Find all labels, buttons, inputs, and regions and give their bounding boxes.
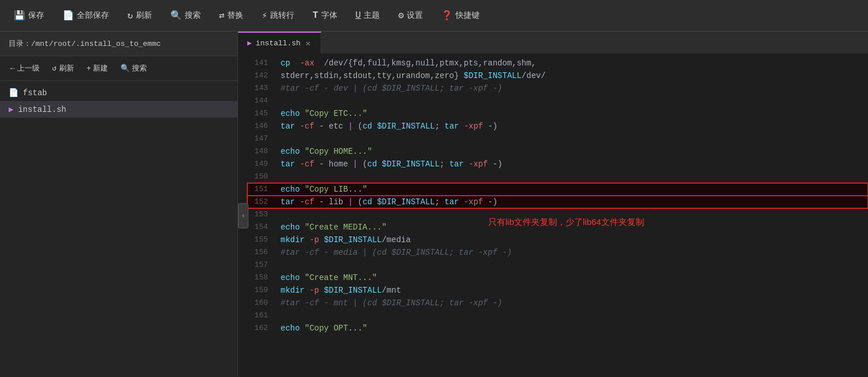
code-line-154: 154 echo "Create MEDIA..." 只有lib文件夹复制，少了… <box>247 221 868 234</box>
sidebar: 目录：/mnt/root/.install_os_to_emmc → 上一级 ↺… <box>0 32 238 377</box>
code-line-145: 145 echo "Copy ETC..." <box>247 107 868 120</box>
code-line-143: 143 #tar -cf - dev | (cd $DIR_INSTALL; t… <box>247 82 868 95</box>
file-name-install-sh: install.sh <box>18 105 66 114</box>
sidebar-search-icon: 🔍 <box>120 64 130 73</box>
save-button[interactable]: 💾 保存 <box>6 6 52 25</box>
new-file-icon: + <box>87 64 91 73</box>
refresh-icon: ↻ <box>127 10 133 21</box>
tab-filename: install.sh <box>256 39 301 48</box>
goto-line-button[interactable]: ⚡ 跳转行 <box>254 6 302 25</box>
settings-icon: ⚙ <box>398 10 404 21</box>
code-scroll[interactable]: 141 cp -ax /dev/{fd,full,kmsg,null,ptmx,… <box>238 55 868 377</box>
font-button[interactable]: T 字体 <box>305 7 345 24</box>
code-line-149: 149 tar -cf - home | (cd $DIR_INSTALL; t… <box>247 158 868 170</box>
code-line-158: 158 echo "Create MNT..." <box>247 271 868 284</box>
tab-bar: ▶ install.sh ✕ <box>238 32 868 55</box>
search-toolbar-icon: 🔍 <box>170 10 182 21</box>
code-line-150: 150 <box>247 170 868 183</box>
theme-icon: U <box>356 10 361 21</box>
code-line-161: 161 <box>247 309 868 322</box>
code-line-142: 142 stderr,stdin,stdout,tty,urandom,zero… <box>247 69 868 82</box>
code-line-153: 153 <box>247 208 868 221</box>
file-item-fstab[interactable]: 📄 fstab <box>0 84 238 101</box>
code-line-156: 156 #tar -cf - media | (cd $DIR_INSTALL;… <box>247 246 868 259</box>
toolbar: 💾 保存 📄 全部保存 ↻ 刷新 🔍 搜索 ⇄ 替换 ⚡ 跳转行 T 字体 U … <box>0 0 868 32</box>
code-line-146: 146 tar -cf - etc | (cd $DIR_INSTALL; ta… <box>247 120 868 133</box>
collapse-sidebar-button[interactable]: ‹ <box>238 203 248 228</box>
font-icon: T <box>313 10 318 21</box>
tab-sh-icon: ▶ <box>247 38 252 48</box>
file-item-install-sh[interactable]: ▶ install.sh <box>0 101 238 118</box>
theme-button[interactable]: U 主题 <box>348 7 388 24</box>
main-area: 目录：/mnt/root/.install_os_to_emmc → 上一级 ↺… <box>0 32 868 377</box>
shortcuts-icon: ❓ <box>441 10 453 21</box>
settings-button[interactable]: ⚙ 设置 <box>390 6 431 25</box>
editor-area: ▶ install.sh ✕ ‹ 141 cp -ax /dev/{fd,ful… <box>238 32 868 377</box>
goto-line-icon: ⚡ <box>262 10 267 21</box>
tab-install-sh[interactable]: ▶ install.sh ✕ <box>238 32 321 53</box>
code-line-147: 147 <box>247 133 868 145</box>
code-line-155: 155 mkdir -p $DIR_INSTALL/media <box>247 234 868 246</box>
sidebar-actions: → 上一级 ↺ 刷新 + 新建 🔍 搜索 <box>0 56 238 81</box>
replace-icon: ⇄ <box>219 10 225 21</box>
code-line-162: 162 echo "Copy OPT..." <box>247 322 868 335</box>
code-area: ‹ 141 cp -ax /dev/{fd,full,kmsg,null,ptm… <box>238 55 868 377</box>
tab-close-button[interactable]: ✕ <box>305 38 312 48</box>
sidebar-header: 目录：/mnt/root/.install_os_to_emmc <box>0 32 238 56</box>
code-line-152: 152 tar -cf - lib | (cd $DIR_INSTALL; ta… <box>247 196 868 208</box>
save-icon: 💾 <box>14 10 25 21</box>
sidebar-refresh-icon: ↺ <box>52 64 57 73</box>
code-line-151: 151 echo "Copy LIB..." <box>247 183 868 196</box>
up-button[interactable]: → 上一级 <box>6 61 44 76</box>
code-line-157: 157 <box>247 259 868 271</box>
sidebar-refresh-button[interactable]: ↺ 刷新 <box>48 61 79 76</box>
doc-icon: 📄 <box>9 88 18 98</box>
code-line-144: 144 <box>247 95 868 107</box>
sh-icon: ▶ <box>9 104 13 114</box>
file-list: 📄 fstab ▶ install.sh <box>0 81 238 377</box>
file-name-fstab: fstab <box>23 88 47 98</box>
code-line-160: 160 #tar -cf - mnt | (cd $DIR_INSTALL; t… <box>247 297 868 309</box>
save-all-button[interactable]: 📄 全部保存 <box>55 6 117 25</box>
search-toolbar-button[interactable]: 🔍 搜索 <box>162 6 209 25</box>
code-line-159: 159 mkdir -p $DIR_INSTALL/mnt <box>247 284 868 297</box>
up-icon: → <box>10 64 15 73</box>
code-line-141: 141 cp -ax /dev/{fd,full,kmsg,null,ptmx,… <box>247 57 868 69</box>
save-all-icon: 📄 <box>63 10 74 21</box>
code-line-148: 148 echo "Copy HOME..." <box>247 145 868 158</box>
replace-button[interactable]: ⇄ 替换 <box>211 6 252 25</box>
shortcuts-button[interactable]: ❓ 快捷键 <box>433 6 488 25</box>
refresh-toolbar-button[interactable]: ↻ 刷新 <box>119 6 160 25</box>
sidebar-search-button[interactable]: 🔍 搜索 <box>116 61 151 76</box>
new-file-button[interactable]: + 新建 <box>82 61 113 76</box>
